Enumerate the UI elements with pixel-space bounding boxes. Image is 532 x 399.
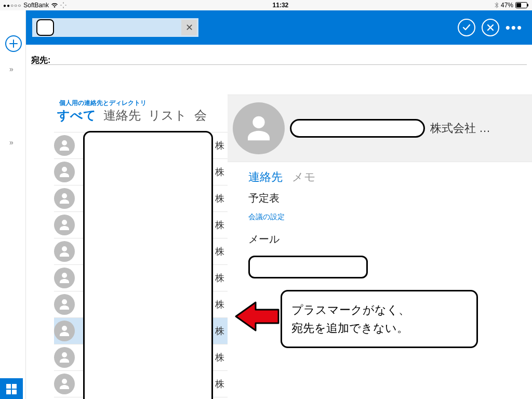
tab-all[interactable]: すべて xyxy=(57,107,96,124)
directory-tabs: すべて 連絡先 リスト 会 xyxy=(57,107,207,124)
avatar-icon xyxy=(54,162,75,182)
avatar-icon xyxy=(54,215,75,235)
detail-header: 株式会社 … xyxy=(228,95,532,162)
avatar-icon xyxy=(54,241,75,262)
svg-rect-3 xyxy=(65,5,66,5)
svg-rect-2 xyxy=(60,5,62,5)
compose-button[interactable] xyxy=(5,35,22,52)
battery-icon xyxy=(515,2,529,8)
more-button[interactable]: ••• xyxy=(506,20,523,36)
app-launcher-button[interactable] xyxy=(0,378,23,399)
confirm-button[interactable] xyxy=(458,19,475,36)
carrier-label: SoftBank xyxy=(23,2,49,9)
avatar-icon xyxy=(54,268,75,288)
avatar-icon xyxy=(54,321,75,341)
clock: 11:32 xyxy=(273,2,289,9)
collapse-chevron-icon[interactable]: » xyxy=(9,65,14,73)
avatar-icon xyxy=(54,135,75,156)
directory-scope-label: 個人用の連絡先とディレクトリ xyxy=(59,99,147,108)
svg-rect-0 xyxy=(63,2,63,4)
bluetooth-icon xyxy=(495,2,499,8)
avatar-large-icon xyxy=(233,102,285,154)
schedule-meeting-link[interactable]: 会議の設定 xyxy=(228,211,532,230)
collapse-chevron-icon[interactable]: » xyxy=(9,138,14,147)
svg-rect-1 xyxy=(63,7,63,8)
recipient-label: 宛先: xyxy=(31,50,527,71)
annotation-callout: プラスマークがなく、 宛先を追加できない。 xyxy=(281,290,478,348)
detail-tab-memo[interactable]: メモ xyxy=(292,169,316,185)
avatar-icon xyxy=(54,374,75,394)
avatar-icon xyxy=(54,294,75,315)
svg-rect-5 xyxy=(516,3,521,7)
battery-pct: 47% xyxy=(501,2,513,9)
company-suffix-label: 株式会社 … xyxy=(430,121,490,136)
avatar-icon xyxy=(54,188,75,209)
clear-search-button[interactable]: ✕ xyxy=(181,20,197,35)
tab-contacts[interactable]: 連絡先 xyxy=(103,107,141,124)
redaction-box xyxy=(248,256,368,278)
mail-section-label: メール xyxy=(248,232,511,246)
annotation-arrow-icon xyxy=(235,299,280,336)
signal-dots: ●●○○○ xyxy=(3,3,21,8)
divider xyxy=(31,64,527,65)
contact-detail-pane: 株式会社 … 連絡先 メモ 予定表 会議の設定 メール xyxy=(228,95,532,399)
loading-spinner-icon xyxy=(60,2,66,8)
redaction-box xyxy=(83,131,213,399)
wifi-icon xyxy=(51,3,58,8)
left-rail: » » xyxy=(0,10,26,399)
app-frame: » » ✕ ••• 宛先: 個人用の連絡先とディレクトリ すべて 連絡先 リスト… xyxy=(0,10,532,399)
svg-rect-6 xyxy=(527,4,528,7)
annotation-line2: 宛先を追加できない。 xyxy=(291,319,467,337)
ios-status-bar: ●●○○○ SoftBank 11:32 47% xyxy=(0,0,532,10)
cancel-button[interactable] xyxy=(482,19,499,36)
annotation-line1: プラスマークがなく、 xyxy=(291,301,467,319)
search-input[interactable] xyxy=(36,19,54,36)
search-field-wrap: ✕ xyxy=(32,18,198,37)
tab-lists[interactable]: リスト xyxy=(148,107,187,124)
avatar-icon xyxy=(54,347,75,368)
redaction-box xyxy=(290,119,425,138)
tab-groups[interactable]: 会 xyxy=(194,107,207,124)
top-toolbar: ✕ ••• xyxy=(26,10,532,45)
detail-tabs: 連絡先 メモ xyxy=(228,162,532,189)
calendar-section-label: 予定表 xyxy=(248,191,511,205)
detail-tab-contact[interactable]: 連絡先 xyxy=(248,169,283,185)
